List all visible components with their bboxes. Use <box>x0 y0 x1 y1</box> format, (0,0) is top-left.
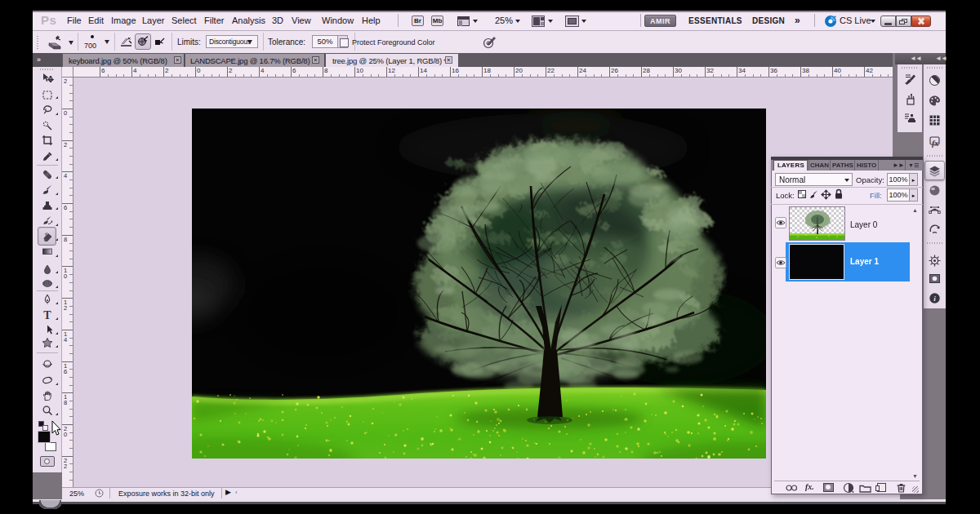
svg-text:fx: fx <box>932 139 938 148</box>
svg-text:T: T <box>43 309 51 321</box>
